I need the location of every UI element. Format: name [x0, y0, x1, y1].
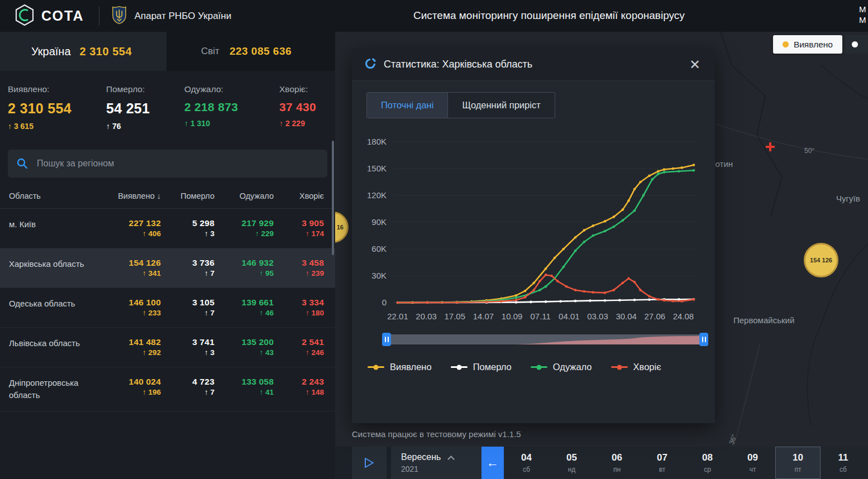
day-weekday: чт	[750, 466, 756, 473]
day-11[interactable]: 11 сб	[821, 447, 866, 479]
previous-day-button[interactable]: ←	[481, 447, 504, 479]
stat-recovered-delta: 1 310	[184, 119, 279, 128]
died-cell: 4 7237	[161, 377, 214, 397]
detected-cell: 146 100233	[99, 298, 161, 318]
play-icon	[364, 457, 374, 468]
table-row-lviv[interactable]: Львівська область 141 482292 3 7413 135 …	[0, 328, 335, 367]
pie-chart-icon	[364, 58, 376, 72]
day-number: 04	[521, 452, 532, 463]
sick-cell: 3 334180	[274, 298, 324, 318]
region-name: Львівська область	[9, 337, 99, 349]
legend-died[interactable]: Померло	[451, 362, 512, 372]
modal-tabs: Поточні дані Щоденний приріст	[366, 92, 555, 118]
legend-marker-icon	[368, 366, 384, 368]
tab-current-data[interactable]: Поточні дані	[367, 93, 447, 118]
svg-text:150K: 150K	[367, 164, 387, 173]
col-sick[interactable]: Хворіє	[274, 191, 324, 200]
col-region[interactable]: Область	[9, 191, 99, 200]
stat-detected-value: 2 310 554	[8, 100, 106, 117]
svg-text:27.06: 27.06	[645, 312, 666, 321]
region-search	[8, 150, 327, 178]
toggle-secondary-layer[interactable]	[845, 35, 868, 54]
col-died[interactable]: Померло	[161, 191, 214, 200]
table-row-dnipro[interactable]: Дніпропетровська область 140 024196 4 72…	[0, 367, 335, 411]
latitude-label: 50°	[804, 147, 814, 155]
sick-cell: 2 541246	[274, 337, 324, 357]
search-input[interactable]	[37, 159, 327, 169]
modal-header: Статистика: Харківська область ✕	[352, 49, 715, 81]
legend-sick[interactable]: Хворіє	[611, 362, 661, 372]
chart-legend: Виявлено Померло Одужало Хворіє	[368, 362, 715, 372]
stat-detected: Виявлено: 2 310 554 3 615	[8, 84, 106, 131]
detected-cell: 141 482292	[99, 337, 161, 357]
table-row-odesa[interactable]: Одеська область 146 100233 3 1057 139 66…	[0, 288, 335, 328]
time-range-slider[interactable]	[387, 333, 704, 346]
day-07[interactable]: 07 вт	[640, 447, 685, 479]
header-divider	[99, 7, 99, 26]
day-06[interactable]: 06 пн	[594, 447, 640, 479]
svg-text:180K: 180K	[367, 137, 387, 146]
top-header: СОТА Апарат РНБО України Система монітор…	[0, 0, 868, 32]
svg-text:60K: 60K	[371, 244, 387, 253]
recovered-cell: 135 20043	[214, 337, 274, 357]
toggle-detected-layer[interactable]: Виявлено	[773, 35, 842, 54]
legend-detected[interactable]: Виявлено	[368, 362, 432, 372]
svg-text:24.08: 24.08	[673, 312, 694, 321]
close-icon[interactable]: ✕	[687, 56, 703, 74]
country-total-value: 2 310 554	[80, 45, 132, 58]
country-total-label: Україна	[31, 45, 71, 58]
search-icon	[8, 157, 37, 170]
table-row-kyiv[interactable]: м. Київ 227 132406 5 2983 217 929229 3 9…	[0, 209, 335, 248]
stat-died-delta: 76	[106, 122, 184, 131]
statistics-modal: Статистика: Харківська область ✕ Поточні…	[352, 49, 715, 423]
day-number: 11	[838, 452, 848, 463]
stat-died-label: Померло:	[106, 84, 184, 94]
slider-track[interactable]	[387, 334, 704, 344]
svg-text:30.04: 30.04	[616, 312, 637, 321]
stat-recovered: Одужало: 2 218 873 1 310	[184, 84, 279, 131]
national-stats: Виявлено: 2 310 554 3 615 Померло: 54 25…	[0, 71, 335, 142]
legend-recovered[interactable]: Одужало	[531, 362, 592, 372]
col-recovered[interactable]: Одужало	[214, 191, 274, 200]
day-number: 08	[702, 452, 713, 463]
map-area[interactable]: ботин Чугуїв Первомайський 50° 36° 154 1…	[335, 32, 868, 479]
country-total: Україна 2 310 554	[0, 32, 166, 71]
day-10-selected[interactable]: 10 пт	[775, 447, 821, 479]
tab-daily-increase[interactable]: Щоденний приріст	[447, 93, 554, 118]
region-name: Харківська область	[9, 258, 99, 270]
day-number: 09	[747, 452, 758, 463]
svg-text:14.07: 14.07	[473, 312, 494, 321]
day-08[interactable]: 08 ср	[685, 447, 730, 479]
day-weekday: сб	[840, 466, 847, 473]
modal-title: Статистика: Харківська область	[384, 59, 532, 70]
statistics-line-chart: 030K60K90K120K150K180K22.0120.0317.0514.…	[360, 128, 704, 327]
region-name: Дніпропетровська область	[9, 377, 99, 401]
header-right-partial-text: М М	[859, 4, 867, 25]
map-place-label: Чугуїв	[836, 194, 860, 203]
sick-cell: 2 243148	[274, 377, 324, 397]
day-04[interactable]: 04 сб	[504, 447, 549, 479]
world-total: Світ 223 085 636	[166, 32, 335, 71]
recovered-cell: 133 05841	[214, 377, 274, 397]
brand-name: СОТА	[41, 8, 84, 24]
day-09[interactable]: 09 чт	[730, 447, 775, 479]
timeline-days: 04 сб 05 нд 06 пн 07 вт 08 ср	[504, 447, 868, 479]
died-cell: 3 1057	[161, 298, 214, 318]
play-button[interactable]	[352, 447, 387, 479]
slider-handle-right[interactable]	[699, 333, 708, 346]
table-row-kharkiv[interactable]: Харківська область 154 126341 3 7367 146…	[0, 248, 335, 288]
day-05[interactable]: 05 нд	[549, 447, 594, 479]
page-title: Система моніторингу поширення епідемії к…	[413, 9, 685, 22]
white-dot-icon	[852, 41, 858, 47]
slider-handle-left[interactable]	[382, 333, 391, 346]
gold-dot-icon	[783, 41, 789, 47]
region-name: Одеська область	[9, 298, 99, 310]
sidebar-scrollbar[interactable]	[332, 141, 334, 255]
legend-marker-icon	[531, 366, 547, 368]
kharkiv-map-marker[interactable]: 154 126	[804, 243, 838, 277]
totals-strip: Україна 2 310 554 Світ 223 085 636	[0, 32, 335, 71]
col-detected-sorted[interactable]: Виявлено ↓	[99, 191, 161, 200]
month-selector[interactable]: Вересень 2021	[391, 447, 481, 479]
recovered-cell: 139 66146	[214, 298, 274, 318]
medical-cross-marker[interactable]	[766, 142, 775, 151]
